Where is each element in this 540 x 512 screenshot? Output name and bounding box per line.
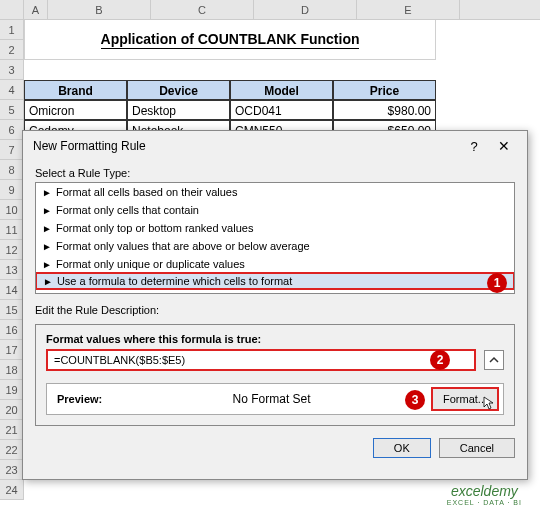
edit-description-label: Edit the Rule Description: (35, 304, 515, 316)
formula-input[interactable] (46, 349, 476, 371)
row-header[interactable]: 2 (0, 40, 24, 60)
arrow-icon: ► (42, 241, 52, 252)
preview-box: No Format Set (112, 384, 431, 414)
row-header[interactable]: 4 (0, 80, 24, 100)
row-header[interactable]: 12 (0, 240, 24, 260)
dialog-titlebar[interactable]: New Formatting Rule ? ✕ (23, 131, 527, 161)
cell-device[interactable]: Desktop (127, 100, 230, 120)
watermark: exceldemy EXCEL · DATA · BI (447, 483, 522, 506)
sheet-title[interactable]: Application of COUNTBLANK Function (24, 20, 436, 60)
rule-type-item[interactable]: ►Format only top or bottom ranked values (36, 219, 514, 237)
row-header[interactable]: 14 (0, 280, 24, 300)
watermark-sub: EXCEL · DATA · BI (447, 499, 522, 506)
row-header[interactable]: 23 (0, 460, 24, 480)
row-header[interactable]: 16 (0, 320, 24, 340)
th-device[interactable]: Device (127, 80, 230, 100)
row-header[interactable]: 19 (0, 380, 24, 400)
col-header-B[interactable]: B (48, 0, 151, 19)
rule-type-list[interactable]: ►Format all cells based on their values … (35, 182, 515, 294)
callout-1: 1 (487, 273, 507, 293)
row-header[interactable]: 13 (0, 260, 24, 280)
rule-type-item[interactable]: ►Format only values that are above or be… (36, 237, 514, 255)
cancel-button[interactable]: Cancel (439, 438, 515, 458)
row-header[interactable]: 24 (0, 480, 24, 500)
th-brand[interactable]: Brand (24, 80, 127, 100)
rule-type-item[interactable]: ►Format all cells based on their values (36, 183, 514, 201)
row-header[interactable]: 10 (0, 200, 24, 220)
row-header[interactable]: 15 (0, 300, 24, 320)
row-header[interactable]: 6 (0, 120, 24, 140)
table-header-row: Brand Device Model Price (24, 80, 436, 100)
row-header[interactable]: 17 (0, 340, 24, 360)
title-text: Application of COUNTBLANK Function (101, 31, 360, 49)
arrow-icon: ► (43, 276, 53, 287)
dialog-buttons: OK Cancel (23, 438, 527, 468)
column-headers: A B C D E (0, 0, 540, 20)
th-model[interactable]: Model (230, 80, 333, 100)
col-header-A[interactable]: A (24, 0, 48, 19)
row-header[interactable]: 18 (0, 360, 24, 380)
cell-price[interactable]: $980.00 (333, 100, 436, 120)
cell-brand[interactable]: Omicron (24, 100, 127, 120)
help-icon[interactable]: ? (459, 139, 489, 154)
rule-type-item[interactable]: ►Format only unique or duplicate values (36, 255, 514, 273)
format-button[interactable]: Format... (431, 387, 499, 411)
row-header[interactable]: 1 (0, 20, 24, 40)
select-all-corner[interactable] (0, 0, 24, 19)
col-header-E[interactable]: E (357, 0, 460, 19)
cursor-icon (483, 396, 495, 413)
preview-row: Preview: No Format Set 3 Format... (46, 383, 504, 415)
rule-type-item[interactable]: ►Format only cells that contain (36, 201, 514, 219)
row-header[interactable]: 5 (0, 100, 24, 120)
arrow-icon: ► (42, 205, 52, 216)
row-header[interactable]: 9 (0, 180, 24, 200)
edit-rule-section: Format values where this formula is true… (35, 324, 515, 426)
row-header[interactable]: 11 (0, 220, 24, 240)
collapse-dialog-icon[interactable] (484, 350, 504, 370)
row-header[interactable]: 22 (0, 440, 24, 460)
col-header-D[interactable]: D (254, 0, 357, 19)
watermark-main: exceldemy (447, 483, 522, 499)
dialog-title: New Formatting Rule (33, 139, 459, 153)
row-header[interactable]: 7 (0, 140, 24, 160)
row-header[interactable]: 20 (0, 400, 24, 420)
arrow-icon: ► (42, 187, 52, 198)
table-row: Omicron Desktop OCD041 $980.00 (24, 100, 436, 120)
arrow-icon: ► (42, 259, 52, 270)
select-rule-type-label: Select a Rule Type: (35, 167, 515, 179)
new-formatting-rule-dialog: New Formatting Rule ? ✕ Select a Rule Ty… (22, 130, 528, 480)
formula-label: Format values where this formula is true… (46, 333, 504, 345)
row-headers: 1 2 3 4 5 6 7 8 9 10 11 12 13 14 15 16 1… (0, 20, 24, 500)
cell-model[interactable]: OCD041 (230, 100, 333, 120)
rule-type-item-selected[interactable]: ►Use a formula to determine which cells … (35, 272, 515, 290)
callout-2: 2 (430, 350, 450, 370)
arrow-icon: ► (42, 223, 52, 234)
preview-label: Preview: (47, 393, 112, 405)
close-icon[interactable]: ✕ (489, 138, 519, 154)
row-header[interactable]: 21 (0, 420, 24, 440)
row-header[interactable]: 3 (0, 60, 24, 80)
th-price[interactable]: Price (333, 80, 436, 100)
ok-button[interactable]: OK (373, 438, 431, 458)
col-header-C[interactable]: C (151, 0, 254, 19)
row-header[interactable]: 8 (0, 160, 24, 180)
callout-3: 3 (405, 390, 425, 410)
